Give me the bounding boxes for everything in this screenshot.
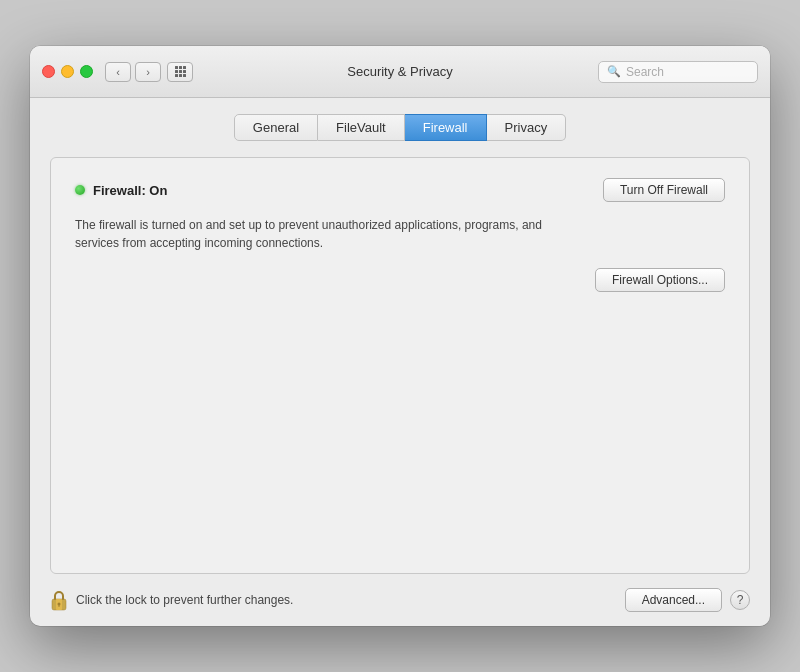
search-icon: 🔍 xyxy=(607,65,621,78)
advanced-button[interactable]: Advanced... xyxy=(625,588,722,612)
close-button[interactable] xyxy=(42,65,55,78)
forward-button[interactable]: › xyxy=(135,62,161,82)
content-area: General FileVault Firewall Privacy Firew… xyxy=(30,98,770,574)
grid-button[interactable] xyxy=(167,62,193,82)
lock-text: Click the lock to prevent further change… xyxy=(76,593,293,607)
tabs-container: General FileVault Firewall Privacy xyxy=(50,114,750,141)
traffic-lights xyxy=(42,65,93,78)
firewall-status-label: Firewall: On xyxy=(93,183,167,198)
bottom-right: Advanced... ? xyxy=(625,588,750,612)
firewall-description: The firewall is turned on and set up to … xyxy=(75,216,555,252)
tab-filevault[interactable]: FileVault xyxy=(318,114,405,141)
svg-rect-3 xyxy=(59,605,60,608)
main-window: ‹ › Security & Privacy 🔍 Search General … xyxy=(30,46,770,626)
turn-off-firewall-button[interactable]: Turn Off Firewall xyxy=(603,178,725,202)
bottom-bar: Click the lock to prevent further change… xyxy=(30,574,770,626)
tab-general[interactable]: General xyxy=(234,114,318,141)
tab-privacy[interactable]: Privacy xyxy=(487,114,567,141)
tab-firewall[interactable]: Firewall xyxy=(405,114,487,141)
forward-icon: › xyxy=(146,66,150,78)
status-left: Firewall: On xyxy=(75,183,167,198)
back-button[interactable]: ‹ xyxy=(105,62,131,82)
firewall-options-button[interactable]: Firewall Options... xyxy=(595,268,725,292)
back-icon: ‹ xyxy=(116,66,120,78)
window-title: Security & Privacy xyxy=(347,64,452,79)
firewall-status-row: Firewall: On Turn Off Firewall xyxy=(75,178,725,202)
firewall-options-row: Firewall Options... xyxy=(75,268,725,292)
firewall-status-dot xyxy=(75,185,85,195)
titlebar: ‹ › Security & Privacy 🔍 Search xyxy=(30,46,770,98)
lock-icon-container: Click the lock to prevent further change… xyxy=(50,589,615,611)
nav-buttons: ‹ › xyxy=(105,62,161,82)
help-button[interactable]: ? xyxy=(730,590,750,610)
firewall-panel: Firewall: On Turn Off Firewall The firew… xyxy=(50,157,750,574)
lock-icon[interactable] xyxy=(50,589,68,611)
search-placeholder: Search xyxy=(626,65,664,79)
minimize-button[interactable] xyxy=(61,65,74,78)
search-box[interactable]: 🔍 Search xyxy=(598,61,758,83)
maximize-button[interactable] xyxy=(80,65,93,78)
grid-icon xyxy=(175,66,186,77)
